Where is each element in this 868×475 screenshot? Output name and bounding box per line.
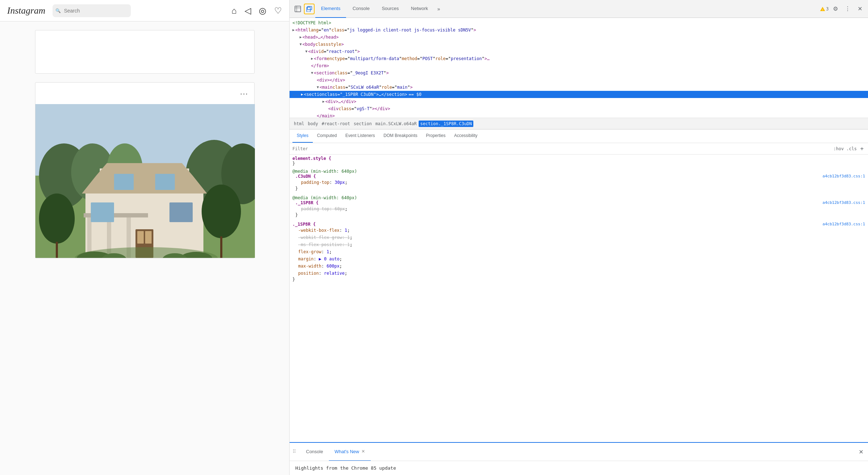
more-tabs-button[interactable]: » — [434, 0, 443, 18]
css-line: margin: ▶ 0 auto; — [292, 255, 865, 263]
tab-properties[interactable]: Properties — [421, 129, 450, 143]
tab-dom-breakpoints[interactable]: DOM Breakpoints — [379, 129, 422, 143]
css-media-query: @media (min-width: 640px) — [292, 169, 357, 174]
devtools-dom-tree: <!DOCTYPE html> ▶ <html lang="en" class=… — [290, 18, 868, 118]
post-more-dots[interactable]: ··· — [240, 89, 248, 98]
close-devtools-button[interactable]: ✕ — [854, 4, 865, 14]
add-style-rule-button[interactable]: + — [859, 145, 865, 152]
css-source-link[interactable]: a4cb12bf3d83.css:1 — [823, 200, 865, 205]
triangle-icon[interactable]: ▼ — [300, 41, 302, 48]
dom-line-head[interactable]: ▶ <head>…</head> — [290, 34, 868, 41]
css-source-link[interactable]: a4cb12bf3d83.css:1 — [823, 174, 865, 178]
send-icon[interactable]: ◁ — [245, 6, 251, 15]
dom-line-section-selected[interactable]: ... ▶ <section class="_1SP8R C3uDN " >…<… — [290, 91, 868, 98]
breadcrumb-html[interactable]: html — [292, 121, 306, 127]
explore-icon[interactable]: ◎ — [259, 6, 266, 15]
triangle-icon[interactable]: ▶ — [311, 55, 313, 62]
tab-console-bottom[interactable]: Console — [300, 442, 329, 461]
svg-point-28 — [39, 194, 75, 244]
css-line: padding-top: 30px; — [292, 179, 865, 186]
instagram-feed: ··· — [35, 21, 255, 267]
device-toolbar-button[interactable] — [304, 4, 315, 14]
hov-cls-button[interactable]: :hov .cls — [831, 146, 859, 152]
triangle-icon[interactable]: ▼ — [311, 69, 313, 77]
svg-marker-10 — [96, 163, 193, 176]
styles-rules-panel: element.style { } @media (min-width: 640… — [290, 156, 868, 442]
tab-styles[interactable]: Styles — [292, 129, 313, 143]
close-bottom-panel-button[interactable]: ✕ — [857, 447, 865, 456]
alert-badge: ! 3 — [820, 6, 829, 12]
triangle-icon[interactable]: ▶ — [301, 91, 303, 98]
inspect-element-button[interactable] — [292, 4, 303, 14]
alert-count: 3 — [826, 6, 829, 11]
css-line-strikethrough: -ms-flex-positive: 1; — [292, 241, 865, 248]
triangle-icon[interactable]: ▼ — [317, 84, 319, 91]
tab-whats-new[interactable]: What's New ✕ — [329, 442, 371, 461]
css-line: max-width: 600px; — [292, 263, 865, 270]
tab-network[interactable]: Network — [405, 0, 434, 18]
devtools-bottom-bar: ⠿ Console What's New ✕ ✕ — [290, 442, 868, 461]
tab-console[interactable]: Console — [347, 0, 375, 18]
dom-line-div-vgst[interactable]: <div class="vgS-T" ></div> — [290, 105, 868, 112]
dom-line-form-close[interactable]: </form> — [290, 62, 868, 69]
close-whats-new-button[interactable]: ✕ — [361, 449, 365, 454]
breadcrumb-section-1sp8r[interactable]: section._1SP8R.C3uDN — [419, 121, 473, 127]
dom-line-html[interactable]: ▶ <html lang="en" class="js logged-in cl… — [290, 26, 868, 34]
styles-filter-input[interactable] — [292, 146, 831, 151]
dom-line-div-empty[interactable]: <div></div> — [290, 77, 868, 84]
settings-button[interactable]: ⚙ — [830, 4, 841, 14]
triangle-icon[interactable]: ▶ — [292, 26, 295, 34]
post-image — [35, 104, 255, 258]
instagram-logo: Instagram — [7, 5, 45, 16]
css-line-strikethrough: padding-top: 60px; — [292, 205, 865, 212]
tab-sources[interactable]: Sources — [376, 0, 405, 18]
css-line-strikethrough: -webkit-flex-grow: 1; — [292, 234, 865, 241]
css-selector: element.style { — [292, 156, 331, 161]
story-bar — [35, 30, 255, 74]
dom-line-section-outer[interactable]: ▼ <section class="_9eogI E3X2T" > — [290, 69, 868, 77]
svg-rect-29 — [56, 242, 58, 258]
tab-computed[interactable]: Computed — [313, 129, 341, 143]
svg-rect-18 — [169, 202, 193, 222]
more-options-button[interactable]: ⋮ — [842, 4, 853, 14]
house-scene — [35, 104, 255, 258]
svg-rect-20 — [137, 231, 144, 244]
css-selector: .C3uDN { — [295, 174, 316, 179]
tab-event-listeners[interactable]: Event Listeners — [341, 129, 379, 143]
breadcrumb-body[interactable]: body — [306, 121, 320, 127]
dom-line-main-close[interactable]: </main> — [290, 112, 868, 118]
tab-elements[interactable]: Elements — [315, 0, 346, 18]
dom-line-main[interactable]: ▼ <main class="SCxLW o64aR " role="main"… — [290, 84, 868, 91]
breadcrumb-section[interactable]: section — [352, 121, 373, 127]
styles-panel-tabs: Styles Computed Event Listeners DOM Brea… — [290, 129, 868, 143]
dom-line-body[interactable]: ▼ <body class style > — [290, 41, 868, 48]
css-rule-c3udn-media: @media (min-width: 640px) .C3uDN { a4cb1… — [292, 169, 865, 191]
drag-handle-icon[interactable]: ⠿ — [292, 449, 299, 455]
heart-icon[interactable]: ♡ — [274, 6, 282, 15]
dom-line-doctype[interactable]: <!DOCTYPE html> — [290, 19, 868, 26]
tab-accessibility[interactable]: Accessibility — [450, 129, 482, 143]
breadcrumb-react-root[interactable]: #react-root — [320, 121, 351, 127]
search-input[interactable] — [53, 4, 131, 17]
whats-new-content: Highlights from the Chrome 85 update — [290, 461, 868, 475]
home-icon[interactable]: ⌂ — [232, 6, 237, 15]
instagram-header: Instagram ⌂ ◁ ◎ ♡ — [0, 0, 289, 21]
whats-new-text: Highlights from the Chrome 85 update — [295, 465, 396, 471]
css-source-link[interactable]: a4cb12bf3d83.css:1 — [823, 222, 865, 226]
dom-line-div-react[interactable]: ▼ <div id="react-root" > — [290, 48, 868, 55]
css-rule-element-style: element.style { } — [292, 156, 865, 166]
dom-line-form[interactable]: ▶ <form enctype="multipart/form-data" me… — [290, 55, 868, 62]
dom-line-div2[interactable]: ▶ <div>…</div> — [290, 98, 868, 105]
breadcrumb-main[interactable]: main.SCxLW.o64aR — [374, 121, 418, 127]
css-selector: ._1SP8R { — [295, 200, 319, 205]
triangle-icon[interactable]: ▶ — [322, 98, 325, 105]
css-rule-1sp8r-media: @media (min-width: 640px) ._1SP8R { a4cb… — [292, 195, 865, 217]
triangle-icon[interactable]: ▶ — [300, 34, 302, 41]
css-line: -webkit-box-flex: 1; — [292, 227, 865, 234]
svg-rect-16 — [155, 174, 175, 190]
svg-rect-31 — [295, 6, 301, 12]
svg-text:!: ! — [822, 8, 823, 11]
instagram-nav: ⌂ ◁ ◎ ♡ — [232, 6, 282, 15]
triangle-icon[interactable]: ▼ — [305, 48, 307, 55]
styles-filter-bar: :hov .cls + — [290, 143, 868, 155]
